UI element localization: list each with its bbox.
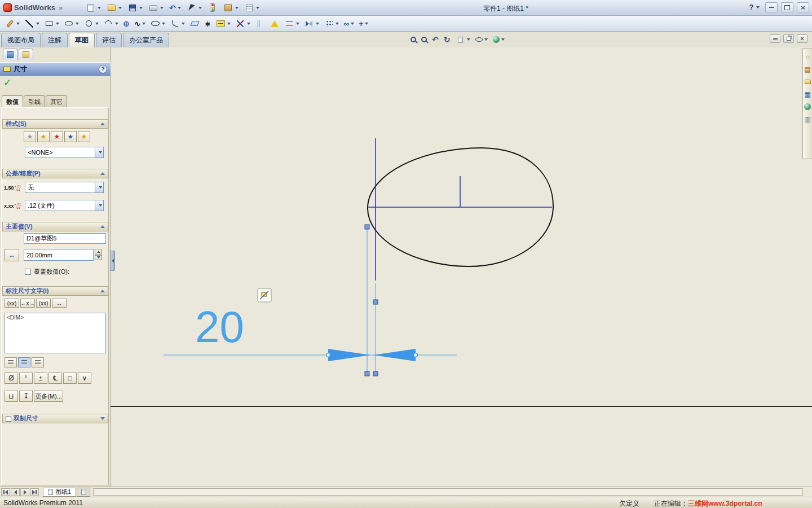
first-sheet-button[interactable] xyxy=(1,488,10,496)
drag-handle[interactable] xyxy=(373,300,378,304)
apply-default-style-button[interactable]: ★ xyxy=(24,131,36,142)
menu-expand-icon[interactable]: » xyxy=(59,4,63,12)
tab-view-layout[interactable]: 视图布局 xyxy=(1,33,41,47)
ok-button[interactable]: ✓ xyxy=(3,77,11,88)
tab-sketch[interactable]: 草图 xyxy=(69,33,95,47)
print-button[interactable] xyxy=(147,2,165,14)
hide-show-items-button[interactable] xyxy=(474,36,489,43)
add-style-button[interactable]: ★ xyxy=(37,131,50,142)
dim-text-position-button-1[interactable]: (xx) xyxy=(5,299,19,308)
load-style-button[interactable]: ★ xyxy=(78,131,90,142)
plus-minus-symbol-button[interactable]: ± xyxy=(34,373,47,384)
smart-dimension-button[interactable] xyxy=(214,17,232,30)
tab-value[interactable]: 数值 xyxy=(2,95,23,108)
display-delete-relations-button[interactable]: ∞ xyxy=(342,19,356,29)
rotate-view-button[interactable]: ↻ xyxy=(443,34,452,45)
solidworks-resources-tab[interactable]: ⌂ xyxy=(804,52,812,61)
spinner-down-button[interactable] xyxy=(95,255,102,261)
zoom-to-area-button[interactable] xyxy=(420,36,428,43)
dimension-name-field[interactable] xyxy=(24,233,106,244)
circle-button[interactable] xyxy=(82,17,100,30)
repair-sketch-button[interactable] xyxy=(268,17,281,30)
precision-dropdown[interactable]: .12 (文件) xyxy=(25,200,104,211)
dual-dimension-checkbox[interactable] xyxy=(6,416,11,422)
arc-button[interactable] xyxy=(102,17,120,30)
mirror-entities-button[interactable] xyxy=(302,17,321,30)
tab-office-products[interactable]: 办公室产品 xyxy=(123,33,169,47)
tolerance-section-header[interactable]: 公差/精度(P) xyxy=(2,169,108,178)
document-minimize-button[interactable] xyxy=(770,34,780,43)
save-button[interactable] xyxy=(126,2,144,14)
appearance-pane-tab[interactable] xyxy=(19,49,33,60)
dimension-value-text[interactable]: 20 xyxy=(195,302,244,352)
trim-entities-button[interactable] xyxy=(233,17,252,30)
counterbore-symbol-button[interactable]: ⊔ xyxy=(5,391,18,402)
more-symbols-button[interactable]: ∨ xyxy=(78,373,91,384)
file-properties-button[interactable] xyxy=(242,2,261,14)
justify-center-button[interactable] xyxy=(18,357,30,367)
precision-dropdown-button[interactable] xyxy=(95,200,103,211)
view-settings-button[interactable] xyxy=(454,33,471,46)
slot-button[interactable] xyxy=(62,17,81,30)
convert-entities-button[interactable] xyxy=(253,17,267,30)
justify-left-button[interactable] xyxy=(5,357,17,367)
open-button[interactable] xyxy=(105,2,123,14)
tolerance-type-dropdown[interactable]: 无 xyxy=(25,182,104,193)
new-document-button[interactable] xyxy=(84,2,103,14)
dimension-value-button[interactable]: ↔ xyxy=(5,249,19,261)
drag-handle[interactable] xyxy=(365,371,369,376)
drag-handle[interactable] xyxy=(373,371,378,376)
tolerance-dropdown-button[interactable] xyxy=(95,182,103,192)
justify-right-button[interactable] xyxy=(32,357,44,367)
dimension-arrow-left[interactable] xyxy=(328,349,370,361)
previous-view-button[interactable]: ↶ xyxy=(431,34,440,45)
tab-annotation[interactable]: 注解 xyxy=(42,33,68,47)
ellipse-button[interactable] xyxy=(148,17,167,30)
degree-symbol-button[interactable]: ° xyxy=(19,373,33,384)
perimeter-circle-button[interactable]: ⊕ xyxy=(121,19,131,29)
options-button[interactable] xyxy=(222,2,240,14)
plane-button[interactable] xyxy=(188,17,201,30)
fillet-button[interactable] xyxy=(168,17,187,30)
view-palette-tab[interactable]: ▦ xyxy=(804,90,812,98)
horizontal-scrollbar[interactable] xyxy=(93,488,803,496)
tab-other[interactable]: 其它 xyxy=(46,95,67,108)
undo-button[interactable]: ↶ xyxy=(167,3,183,13)
line-button[interactable] xyxy=(23,17,41,30)
appearances-button[interactable] xyxy=(492,35,506,44)
appearances-tab[interactable] xyxy=(804,102,812,111)
quick-snaps-button[interactable]: + xyxy=(357,19,370,29)
dimension-arrow-right[interactable] xyxy=(373,349,416,361)
last-sheet-button[interactable] xyxy=(30,488,39,496)
close-button[interactable]: × xyxy=(797,2,809,12)
add-sheet-tab[interactable] xyxy=(77,488,90,497)
dimension-text-section-header[interactable]: 标注尺寸文字(I) xyxy=(2,286,108,296)
file-explorer-tab[interactable] xyxy=(804,77,812,86)
panel-help-button[interactable]: ? xyxy=(99,65,107,73)
style-dropdown-button[interactable] xyxy=(95,147,103,157)
design-library-tab[interactable]: ▤ xyxy=(804,65,812,73)
tab-evaluate[interactable]: 评估 xyxy=(96,33,122,47)
spinner-up-button[interactable] xyxy=(95,249,102,255)
linear-sketch-pattern-button[interactable] xyxy=(322,17,341,30)
maximize-button[interactable] xyxy=(781,2,793,12)
dimension-arrow-handle-left[interactable] xyxy=(326,353,330,357)
dimension-arrow-handle-right[interactable] xyxy=(414,353,418,357)
square-symbol-button[interactable]: □ xyxy=(63,373,77,384)
tab-leaders[interactable]: 引线 xyxy=(24,95,45,108)
custom-properties-tab[interactable]: ▥ xyxy=(804,115,812,123)
delete-style-button[interactable]: ★ xyxy=(51,131,63,142)
panel-splitter-grip[interactable] xyxy=(110,251,115,271)
next-sheet-button[interactable] xyxy=(20,488,29,496)
depth-symbol-button[interactable]: ↧ xyxy=(19,391,33,402)
minimize-button[interactable] xyxy=(765,2,778,12)
dim-text-position-button-4[interactable]: ↔ xyxy=(52,299,67,308)
solidworks-menu[interactable]: SolidWorks » xyxy=(3,3,63,12)
point-button[interactable]: ∗ xyxy=(202,19,213,29)
diameter-symbol-button[interactable]: Ø xyxy=(5,373,18,384)
document-close-button[interactable]: × xyxy=(797,34,807,43)
dim-text-position-button-2[interactable]: ←x→ xyxy=(20,299,35,308)
rectangle-button[interactable] xyxy=(42,17,61,30)
dual-dimension-section-header[interactable]: 双制尺寸 xyxy=(2,414,108,423)
override-value-checkbox[interactable] xyxy=(25,269,31,275)
